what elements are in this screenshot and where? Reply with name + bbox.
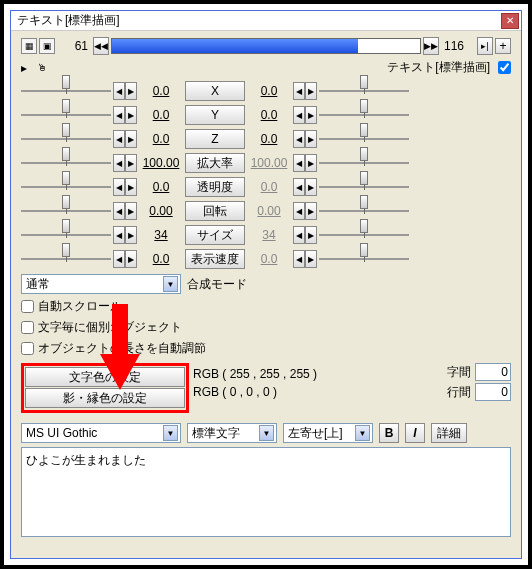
param-right-value[interactable]: 100.00: [247, 156, 291, 170]
increment-button[interactable]: ▶: [305, 250, 317, 268]
decrement-button[interactable]: ◀: [293, 130, 305, 148]
param-left-slider[interactable]: [21, 129, 111, 149]
prev-frame-button[interactable]: ◀◀: [93, 37, 109, 55]
decrement-button[interactable]: ◀: [293, 250, 305, 268]
text-input[interactable]: [21, 447, 511, 537]
increment-button[interactable]: ▶: [305, 178, 317, 196]
param-name-button[interactable]: X: [185, 81, 245, 101]
param-right-slider[interactable]: [319, 105, 409, 125]
increment-button[interactable]: ▶: [305, 82, 317, 100]
per-char-checkbox[interactable]: [21, 321, 34, 334]
param-left-slider[interactable]: [21, 201, 111, 221]
param-right-value[interactable]: 34: [247, 228, 291, 242]
decrement-button[interactable]: ◀: [293, 178, 305, 196]
param-name-button[interactable]: サイズ: [185, 225, 245, 245]
decrement-button[interactable]: ◀: [113, 178, 125, 196]
param-right-slider[interactable]: [319, 81, 409, 101]
param-left-value[interactable]: 0.0: [139, 108, 183, 122]
object-enable-checkbox[interactable]: [498, 61, 511, 74]
shadow-color-button[interactable]: 影・縁色の設定: [25, 388, 185, 408]
decrement-button[interactable]: ◀: [113, 202, 125, 220]
increment-button[interactable]: ▶: [305, 130, 317, 148]
timeline-bar[interactable]: [111, 38, 421, 54]
increment-button[interactable]: ▶: [125, 250, 137, 268]
increment-button[interactable]: ▶: [305, 226, 317, 244]
layer-icon[interactable]: ▦: [21, 38, 37, 54]
param-left-value[interactable]: 0.0: [139, 180, 183, 194]
decrement-button[interactable]: ◀: [293, 106, 305, 124]
param-right-value[interactable]: 0.0: [247, 180, 291, 194]
decrement-button[interactable]: ◀: [113, 106, 125, 124]
font-style-dropdown[interactable]: 標準文字 ▼: [187, 423, 277, 443]
detail-button[interactable]: 詳細: [431, 423, 467, 443]
line-spacing-input[interactable]: [475, 383, 511, 401]
increment-button[interactable]: ▶: [125, 154, 137, 172]
increment-button[interactable]: ▶: [125, 82, 137, 100]
param-right-value[interactable]: 0.0: [247, 132, 291, 146]
text-color-button[interactable]: 文字色の設定: [25, 367, 185, 387]
param-name-button[interactable]: 拡大率: [185, 153, 245, 173]
param-right-value[interactable]: 0.0: [247, 84, 291, 98]
decrement-button[interactable]: ◀: [293, 82, 305, 100]
param-left-slider[interactable]: [21, 81, 111, 101]
char-spacing-input[interactable]: [475, 363, 511, 381]
increment-button[interactable]: ▶: [305, 202, 317, 220]
param-left-value[interactable]: 0.0: [139, 252, 183, 266]
decrement-button[interactable]: ◀: [113, 130, 125, 148]
expand-icon[interactable]: ▸: [21, 61, 33, 75]
auto-length-checkbox[interactable]: [21, 342, 34, 355]
param-name-button[interactable]: 表示速度: [185, 249, 245, 269]
decrement-button[interactable]: ◀: [113, 250, 125, 268]
param-left-value[interactable]: 100.00: [139, 156, 183, 170]
param-left-value[interactable]: 0.00: [139, 204, 183, 218]
param-name-button[interactable]: Z: [185, 129, 245, 149]
increment-button[interactable]: ▶: [125, 202, 137, 220]
decrement-button[interactable]: ◀: [113, 82, 125, 100]
increment-button[interactable]: ▶: [125, 130, 137, 148]
param-right-value[interactable]: 0.0: [247, 252, 291, 266]
decrement-button[interactable]: ◀: [293, 202, 305, 220]
param-right-slider[interactable]: [319, 153, 409, 173]
auto-scroll-label: 自動スクロール: [38, 298, 122, 315]
add-button[interactable]: +: [495, 38, 511, 54]
param-left-value[interactable]: 34: [139, 228, 183, 242]
param-right-slider[interactable]: [319, 129, 409, 149]
auto-scroll-checkbox[interactable]: [21, 300, 34, 313]
increment-button[interactable]: ▶: [125, 178, 137, 196]
param-right-value[interactable]: 0.00: [247, 204, 291, 218]
decrement-button[interactable]: ◀: [293, 226, 305, 244]
param-left-value[interactable]: 0.0: [139, 84, 183, 98]
param-right-value[interactable]: 0.0: [247, 108, 291, 122]
param-left-slider[interactable]: [21, 153, 111, 173]
param-left-slider[interactable]: [21, 225, 111, 245]
param-row-Y: ◀▶0.0Y0.0◀▶: [21, 104, 511, 126]
param-right-slider[interactable]: [319, 225, 409, 245]
italic-button[interactable]: I: [405, 423, 425, 443]
param-left-slider[interactable]: [21, 249, 111, 269]
increment-button[interactable]: ▶: [125, 226, 137, 244]
decrement-button[interactable]: ◀: [293, 154, 305, 172]
param-name-button[interactable]: Y: [185, 105, 245, 125]
image-icon[interactable]: ▣: [39, 38, 55, 54]
close-button[interactable]: ✕: [501, 13, 519, 29]
param-right-slider[interactable]: [319, 201, 409, 221]
spacing-block: 字間 行間: [447, 363, 511, 401]
increment-button[interactable]: ▶: [125, 106, 137, 124]
decrement-button[interactable]: ◀: [113, 226, 125, 244]
param-name-button[interactable]: 透明度: [185, 177, 245, 197]
param-name-button[interactable]: 回転: [185, 201, 245, 221]
param-right-slider[interactable]: [319, 249, 409, 269]
param-left-value[interactable]: 0.0: [139, 132, 183, 146]
text-align-dropdown[interactable]: 左寄せ[上] ▼: [283, 423, 373, 443]
frame-step-button[interactable]: ▸|: [477, 37, 493, 55]
param-left-slider[interactable]: [21, 177, 111, 197]
increment-button[interactable]: ▶: [305, 106, 317, 124]
bold-button[interactable]: B: [379, 423, 399, 443]
param-right-slider[interactable]: [319, 177, 409, 197]
next-frame-button[interactable]: ▶▶: [423, 37, 439, 55]
decrement-button[interactable]: ◀: [113, 154, 125, 172]
blend-mode-dropdown[interactable]: 通常 ▼: [21, 274, 181, 294]
param-left-slider[interactable]: [21, 105, 111, 125]
font-family-dropdown[interactable]: MS UI Gothic ▼: [21, 423, 181, 443]
increment-button[interactable]: ▶: [305, 154, 317, 172]
